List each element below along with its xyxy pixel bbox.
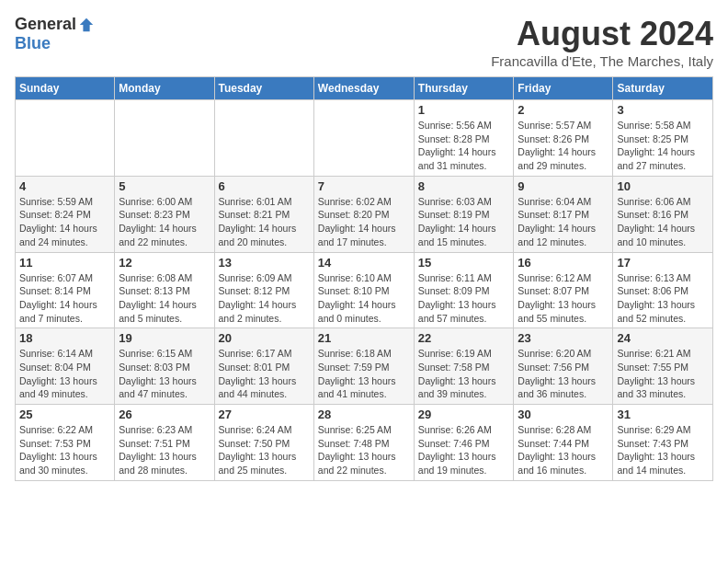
cell-day-number: 18 bbox=[19, 331, 110, 345]
cell-info: Sunrise: 6:03 AM Sunset: 8:19 PM Dayligh… bbox=[418, 195, 510, 249]
cell-day-number: 28 bbox=[318, 408, 410, 421]
cell-day-number: 22 bbox=[418, 331, 510, 345]
cell-day-number: 6 bbox=[219, 179, 310, 193]
cell-info: Sunrise: 6:12 AM Sunset: 8:07 PM Dayligh… bbox=[518, 271, 609, 326]
calendar-cell: 19Sunrise: 6:15 AM Sunset: 8:03 PM Dayli… bbox=[115, 328, 214, 405]
day-header-tuesday: Tuesday bbox=[214, 77, 313, 100]
page-header: General Blue August 2024 Francavilla d'E… bbox=[15, 15, 713, 69]
cell-day-number: 8 bbox=[418, 179, 510, 193]
cell-day-number: 1 bbox=[418, 103, 510, 117]
cell-day-number: 13 bbox=[219, 256, 310, 270]
cell-day-number: 7 bbox=[318, 179, 410, 193]
cell-info: Sunrise: 6:08 AM Sunset: 8:13 PM Dayligh… bbox=[119, 271, 210, 326]
cell-day-number: 25 bbox=[19, 408, 110, 421]
cell-info: Sunrise: 6:07 AM Sunset: 8:14 PM Dayligh… bbox=[19, 271, 110, 326]
cell-day-number: 2 bbox=[518, 103, 609, 117]
cell-info: Sunrise: 6:09 AM Sunset: 8:12 PM Dayligh… bbox=[219, 271, 310, 326]
calendar-cell: 7Sunrise: 6:02 AM Sunset: 8:20 PM Daylig… bbox=[313, 176, 414, 252]
header-row: SundayMondayTuesdayWednesdayThursdayFrid… bbox=[16, 77, 713, 100]
calendar-cell: 16Sunrise: 6:12 AM Sunset: 8:07 PM Dayli… bbox=[514, 252, 613, 328]
calendar-week-5: 25Sunrise: 6:22 AM Sunset: 7:53 PM Dayli… bbox=[16, 405, 713, 481]
cell-info: Sunrise: 6:04 AM Sunset: 8:17 PM Dayligh… bbox=[518, 195, 609, 249]
cell-info: Sunrise: 6:22 AM Sunset: 7:53 PM Dayligh… bbox=[19, 423, 110, 477]
cell-info: Sunrise: 5:56 AM Sunset: 8:28 PM Dayligh… bbox=[418, 119, 510, 173]
cell-info: Sunrise: 6:18 AM Sunset: 7:59 PM Dayligh… bbox=[318, 347, 410, 401]
cell-info: Sunrise: 6:15 AM Sunset: 8:03 PM Dayligh… bbox=[119, 347, 210, 401]
calendar-header: SundayMondayTuesdayWednesdayThursdayFrid… bbox=[16, 77, 713, 100]
calendar-cell: 4Sunrise: 5:59 AM Sunset: 8:24 PM Daylig… bbox=[16, 176, 115, 252]
calendar-cell bbox=[313, 100, 414, 177]
calendar-cell: 17Sunrise: 6:13 AM Sunset: 8:06 PM Dayli… bbox=[613, 252, 713, 328]
calendar-cell: 1Sunrise: 5:56 AM Sunset: 8:28 PM Daylig… bbox=[414, 100, 514, 177]
cell-day-number: 15 bbox=[418, 256, 510, 270]
cell-info: Sunrise: 6:00 AM Sunset: 8:23 PM Dayligh… bbox=[119, 195, 210, 249]
calendar-cell: 6Sunrise: 6:01 AM Sunset: 8:21 PM Daylig… bbox=[214, 176, 313, 252]
cell-info: Sunrise: 6:23 AM Sunset: 7:51 PM Dayligh… bbox=[119, 423, 210, 477]
day-header-saturday: Saturday bbox=[613, 77, 713, 100]
calendar-cell: 9Sunrise: 6:04 AM Sunset: 8:17 PM Daylig… bbox=[514, 176, 613, 252]
calendar-week-2: 4Sunrise: 5:59 AM Sunset: 8:24 PM Daylig… bbox=[16, 176, 713, 252]
location-subtitle: Francavilla d'Ete, The Marches, Italy bbox=[491, 53, 713, 69]
calendar-cell: 13Sunrise: 6:09 AM Sunset: 8:12 PM Dayli… bbox=[214, 252, 313, 328]
cell-day-number: 10 bbox=[617, 179, 709, 193]
calendar-week-4: 18Sunrise: 6:14 AM Sunset: 8:04 PM Dayli… bbox=[16, 328, 713, 405]
calendar-cell bbox=[16, 100, 115, 177]
calendar-cell bbox=[115, 100, 214, 177]
cell-info: Sunrise: 6:14 AM Sunset: 8:04 PM Dayligh… bbox=[19, 347, 110, 401]
cell-day-number: 20 bbox=[219, 331, 310, 345]
cell-info: Sunrise: 6:21 AM Sunset: 7:55 PM Dayligh… bbox=[617, 347, 709, 401]
calendar-body: 1Sunrise: 5:56 AM Sunset: 8:28 PM Daylig… bbox=[16, 100, 713, 481]
cell-info: Sunrise: 6:06 AM Sunset: 8:16 PM Dayligh… bbox=[617, 195, 709, 249]
calendar-cell: 25Sunrise: 6:22 AM Sunset: 7:53 PM Dayli… bbox=[16, 405, 115, 481]
cell-day-number: 16 bbox=[518, 256, 609, 270]
cell-info: Sunrise: 6:28 AM Sunset: 7:44 PM Dayligh… bbox=[518, 423, 609, 477]
cell-day-number: 11 bbox=[19, 256, 110, 270]
cell-info: Sunrise: 6:19 AM Sunset: 7:58 PM Dayligh… bbox=[418, 347, 510, 401]
calendar-cell: 22Sunrise: 6:19 AM Sunset: 7:58 PM Dayli… bbox=[414, 328, 514, 405]
cell-info: Sunrise: 5:59 AM Sunset: 8:24 PM Dayligh… bbox=[19, 195, 110, 249]
svg-marker-0 bbox=[80, 17, 93, 30]
calendar-cell: 11Sunrise: 6:07 AM Sunset: 8:14 PM Dayli… bbox=[16, 252, 115, 328]
calendar-cell: 8Sunrise: 6:03 AM Sunset: 8:19 PM Daylig… bbox=[414, 176, 514, 252]
cell-info: Sunrise: 6:26 AM Sunset: 7:46 PM Dayligh… bbox=[418, 423, 510, 477]
cell-info: Sunrise: 6:17 AM Sunset: 8:01 PM Dayligh… bbox=[219, 347, 310, 401]
logo-blue-text: Blue bbox=[15, 34, 51, 53]
cell-day-number: 27 bbox=[219, 408, 310, 421]
day-header-wednesday: Wednesday bbox=[313, 77, 414, 100]
cell-info: Sunrise: 6:10 AM Sunset: 8:10 PM Dayligh… bbox=[318, 271, 410, 326]
cell-day-number: 14 bbox=[318, 256, 410, 270]
cell-info: Sunrise: 6:01 AM Sunset: 8:21 PM Dayligh… bbox=[219, 195, 310, 249]
cell-info: Sunrise: 6:24 AM Sunset: 7:50 PM Dayligh… bbox=[219, 423, 310, 477]
cell-day-number: 9 bbox=[518, 179, 609, 193]
calendar-cell: 18Sunrise: 6:14 AM Sunset: 8:04 PM Dayli… bbox=[16, 328, 115, 405]
logo: General Blue bbox=[15, 15, 95, 53]
cell-day-number: 23 bbox=[518, 331, 609, 345]
cell-info: Sunrise: 5:57 AM Sunset: 8:26 PM Dayligh… bbox=[518, 119, 609, 173]
cell-day-number: 21 bbox=[318, 331, 410, 345]
title-block: August 2024 Francavilla d'Ete, The March… bbox=[491, 15, 713, 69]
cell-info: Sunrise: 6:25 AM Sunset: 7:48 PM Dayligh… bbox=[318, 423, 410, 477]
calendar-cell: 27Sunrise: 6:24 AM Sunset: 7:50 PM Dayli… bbox=[214, 405, 313, 481]
cell-info: Sunrise: 6:20 AM Sunset: 7:56 PM Dayligh… bbox=[518, 347, 609, 401]
calendar-cell: 21Sunrise: 6:18 AM Sunset: 7:59 PM Dayli… bbox=[313, 328, 414, 405]
calendar-cell: 30Sunrise: 6:28 AM Sunset: 7:44 PM Dayli… bbox=[514, 405, 613, 481]
month-title: August 2024 bbox=[491, 15, 713, 53]
logo-general-text: General bbox=[15, 15, 76, 34]
calendar-week-1: 1Sunrise: 5:56 AM Sunset: 8:28 PM Daylig… bbox=[16, 100, 713, 177]
calendar-cell: 15Sunrise: 6:11 AM Sunset: 8:09 PM Dayli… bbox=[414, 252, 514, 328]
calendar-week-3: 11Sunrise: 6:07 AM Sunset: 8:14 PM Dayli… bbox=[16, 252, 713, 328]
cell-day-number: 24 bbox=[617, 331, 709, 345]
cell-day-number: 17 bbox=[617, 256, 709, 270]
cell-info: Sunrise: 6:02 AM Sunset: 8:20 PM Dayligh… bbox=[318, 195, 410, 249]
cell-day-number: 5 bbox=[119, 179, 210, 193]
calendar-cell: 2Sunrise: 5:57 AM Sunset: 8:26 PM Daylig… bbox=[514, 100, 613, 177]
calendar-cell: 3Sunrise: 5:58 AM Sunset: 8:25 PM Daylig… bbox=[613, 100, 713, 177]
calendar-cell: 10Sunrise: 6:06 AM Sunset: 8:16 PM Dayli… bbox=[613, 176, 713, 252]
cell-day-number: 12 bbox=[119, 256, 210, 270]
cell-info: Sunrise: 6:13 AM Sunset: 8:06 PM Dayligh… bbox=[617, 271, 709, 326]
cell-day-number: 30 bbox=[518, 408, 609, 421]
cell-day-number: 26 bbox=[119, 408, 210, 421]
cell-day-number: 4 bbox=[19, 179, 110, 193]
day-header-friday: Friday bbox=[514, 77, 613, 100]
calendar-cell: 26Sunrise: 6:23 AM Sunset: 7:51 PM Dayli… bbox=[115, 405, 214, 481]
